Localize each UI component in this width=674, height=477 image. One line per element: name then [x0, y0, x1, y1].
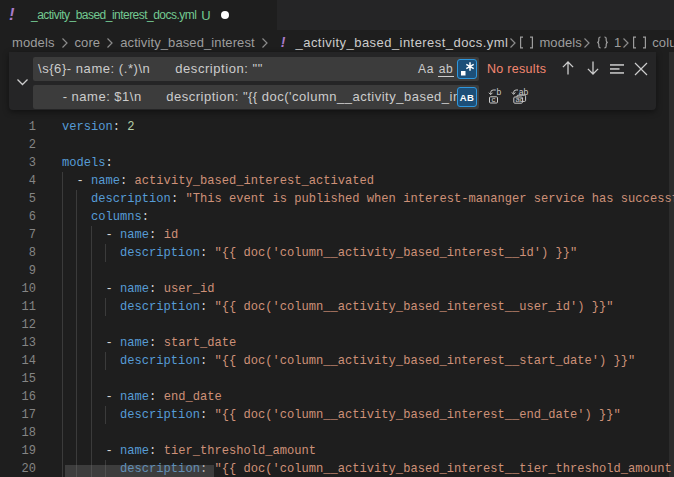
svg-text:ac: ac [515, 95, 523, 104]
svg-text:c: c [492, 95, 496, 104]
svg-text:b: b [497, 88, 502, 97]
